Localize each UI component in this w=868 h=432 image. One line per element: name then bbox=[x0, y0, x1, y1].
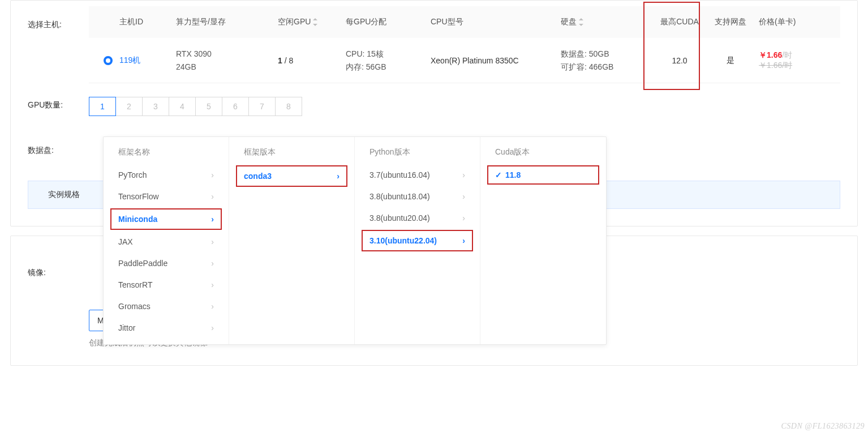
cascade-col-cuda-ver: Cuda版本 ✓ 11.8 bbox=[480, 137, 606, 344]
cascade-item-python-0[interactable]: 3.7(ubuntu16.04)› bbox=[355, 164, 480, 186]
chevron-right-icon: › bbox=[211, 302, 214, 311]
cascade-header-cuda-ver: Cuda版本 bbox=[480, 143, 606, 164]
chevron-right-icon: › bbox=[211, 280, 214, 289]
chevron-right-icon: › bbox=[211, 237, 214, 246]
cascade-item-tensorflow[interactable]: TensorFlow› bbox=[104, 186, 229, 207]
cascade-dropdown: 框架名称 PyTorch›TensorFlow›Miniconda›JAX›Pa… bbox=[103, 136, 607, 345]
header-netdisk: 支持网盘 bbox=[708, 17, 753, 27]
host-table: 主机ID 算力型号/显存 空闲GPU 每GPU分配 CPU型号 硬盘 最高CUD… bbox=[89, 6, 840, 83]
gpu-count-tab-2[interactable]: 2 bbox=[115, 97, 143, 116]
label-mirror: 镜像: bbox=[28, 236, 89, 348]
cascade-item-python-2[interactable]: 3.8(ubuntu20.04)› bbox=[355, 207, 480, 229]
host-table-row[interactable]: 119机 RTX 3090 24GB 1 / 8 CPU: 15核 内存: 56… bbox=[89, 38, 840, 83]
watermark: CSDN @FL1623863129 bbox=[781, 422, 865, 431]
cell-disk: 数据盘: 50GB 可扩容: 466GB bbox=[561, 48, 651, 73]
cascade-item-python-1[interactable]: 3.8(ubuntu18.04)› bbox=[355, 186, 480, 207]
cell-idle-gpu: 1 / 8 bbox=[278, 56, 346, 65]
cascade-item-gromacs[interactable]: Gromacs› bbox=[104, 296, 229, 317]
cascade-col-framework: 框架名称 PyTorch›TensorFlow›Miniconda›JAX›Pa… bbox=[104, 137, 229, 344]
chevron-right-icon: › bbox=[211, 323, 214, 332]
header-price: 价格(单卡) bbox=[753, 17, 827, 27]
cascade-item-pytorch[interactable]: PyTorch› bbox=[104, 164, 229, 186]
cascade-item-jittor[interactable]: Jittor› bbox=[104, 317, 229, 339]
gpu-count-tab-4[interactable]: 4 bbox=[169, 97, 196, 116]
gpu-count-tab-7[interactable]: 7 bbox=[248, 97, 276, 116]
chevron-right-icon: › bbox=[337, 172, 340, 181]
cascade-col-python-ver: Python版本 3.7(ubuntu16.04)›3.8(ubuntu18.0… bbox=[355, 137, 480, 344]
cell-compute: RTX 3090 24GB bbox=[176, 48, 278, 73]
cascade-col-framework-ver: 框架版本 conda3› bbox=[229, 137, 355, 344]
cascade-header-python-ver: Python版本 bbox=[355, 143, 480, 164]
chevron-right-icon: › bbox=[211, 170, 214, 179]
sort-icon bbox=[313, 18, 319, 26]
cascade-item-python-3[interactable]: 3.10(ubuntu22.04)› bbox=[362, 230, 473, 251]
chevron-right-icon: › bbox=[462, 213, 465, 223]
cell-max-cuda: 12.0 bbox=[651, 56, 708, 65]
sort-icon bbox=[579, 18, 585, 26]
check-icon: ✓ bbox=[495, 170, 502, 179]
label-data-disk: 数据盘: bbox=[28, 144, 89, 156]
cascade-item-miniconda[interactable]: Miniconda› bbox=[110, 208, 222, 230]
instance-spec-label: 实例规格 bbox=[48, 190, 80, 200]
host-id-link[interactable]: 119机 bbox=[119, 55, 176, 66]
chevron-right-icon: › bbox=[462, 170, 465, 179]
cascade-item-conda3[interactable]: conda3› bbox=[236, 165, 347, 187]
cell-per-gpu: CPU: 15核 内存: 56GB bbox=[346, 48, 431, 73]
cascade-item-cuda-11-8[interactable]: ✓ 11.8 bbox=[487, 165, 599, 185]
header-disk[interactable]: 硬盘 bbox=[561, 17, 651, 27]
header-cpu-model: CPU型号 bbox=[431, 17, 561, 27]
header-compute: 算力型号/显存 bbox=[176, 17, 278, 27]
host-radio-selected[interactable] bbox=[104, 56, 113, 65]
gpu-count-tab-8[interactable]: 8 bbox=[275, 97, 302, 116]
chevron-right-icon: › bbox=[211, 215, 214, 224]
gpu-count-tab-3[interactable]: 3 bbox=[142, 97, 169, 116]
gpu-count-tabs: 12345678 bbox=[89, 97, 302, 116]
chevron-right-icon: › bbox=[462, 192, 465, 201]
chevron-right-icon: › bbox=[211, 192, 214, 201]
cascade-header-framework: 框架名称 bbox=[104, 143, 229, 164]
header-host-id: 主机ID bbox=[119, 17, 176, 27]
cell-price: ￥1.66/时 ￥1.66/时 bbox=[753, 50, 827, 71]
cascade-item-tensorrt[interactable]: TensorRT› bbox=[104, 274, 229, 296]
gpu-count-tab-1[interactable]: 1 bbox=[89, 97, 116, 116]
chevron-right-icon: › bbox=[211, 259, 214, 268]
cascade-item-paddlepaddle[interactable]: PaddlePaddle› bbox=[104, 253, 229, 274]
host-selection-card: 选择主机: 主机ID 算力型号/显存 空闲GPU 每GPU分配 CPU型号 硬盘… bbox=[10, 0, 858, 226]
header-per-gpu: 每GPU分配 bbox=[346, 17, 431, 27]
chevron-right-icon: › bbox=[462, 236, 465, 245]
header-idle-gpu[interactable]: 空闲GPU bbox=[278, 17, 346, 27]
cell-netdisk: 是 bbox=[708, 55, 753, 66]
cascade-header-framework-ver: 框架版本 bbox=[229, 143, 354, 164]
cascade-item-jax[interactable]: JAX› bbox=[104, 231, 229, 253]
gpu-count-tab-6[interactable]: 6 bbox=[222, 97, 249, 116]
host-table-header: 主机ID 算力型号/显存 空闲GPU 每GPU分配 CPU型号 硬盘 最高CUD… bbox=[89, 6, 840, 38]
cell-cpu-model: Xeon(R) Platinum 8350C bbox=[431, 56, 561, 65]
header-max-cuda: 最高CUDA bbox=[651, 17, 708, 27]
label-gpu-count: GPU数量: bbox=[28, 97, 89, 116]
gpu-count-tab-5[interactable]: 5 bbox=[195, 97, 222, 116]
label-select-host: 选择主机: bbox=[28, 6, 89, 30]
